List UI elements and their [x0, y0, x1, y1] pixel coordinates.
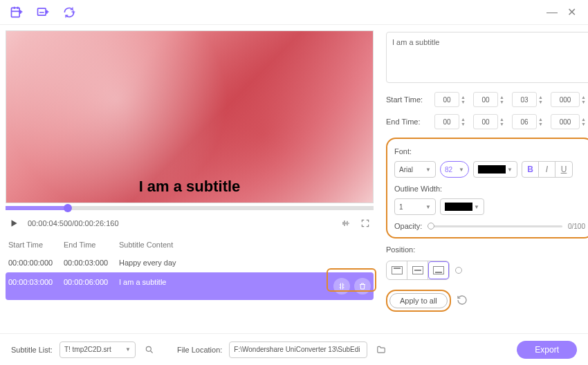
apply-to-all-button[interactable]: Apply to all — [389, 293, 448, 308]
subtitle-table: Start Time End Time Subtitle Content 00:… — [6, 236, 374, 300]
start-s[interactable]: 03 — [512, 92, 537, 107]
subtitle-file-dropdown[interactable]: T! tmp2C2D.srt▼ — [59, 341, 136, 358]
font-family-dropdown[interactable]: Arial▼ — [394, 161, 436, 178]
start-h[interactable]: 00 — [434, 92, 459, 107]
position-middle-button[interactable] — [407, 261, 428, 279]
spinner[interactable]: ▲▼ — [538, 117, 545, 127]
add-subtitle-button[interactable] — [33, 3, 53, 22]
delete-subtitle-button[interactable] — [354, 278, 371, 294]
col-end: End Time — [64, 241, 119, 249]
play-button[interactable] — [6, 215, 22, 232]
end-s[interactable]: 06 — [512, 114, 537, 129]
minimize-button[interactable]: — — [542, 3, 562, 22]
spinner[interactable]: ▲▼ — [581, 117, 588, 127]
spinner[interactable]: ▲▼ — [461, 117, 468, 127]
close-button[interactable]: ✕ — [562, 3, 581, 22]
browse-folder-button[interactable] — [374, 343, 388, 357]
waveform-button[interactable] — [338, 215, 354, 232]
top-toolbar: — ✕ — [0, 0, 588, 25]
bold-button[interactable]: B — [522, 162, 539, 177]
font-label: Font: — [394, 147, 585, 156]
export-button[interactable]: Export — [517, 341, 577, 359]
position-bottom-button[interactable] — [428, 261, 449, 279]
end-time-label: End Time: — [386, 118, 434, 126]
spinner[interactable]: ▲▼ — [461, 95, 468, 104]
subtitle-text-input[interactable] — [386, 32, 588, 83]
end-m[interactable]: 00 — [473, 114, 498, 129]
svg-rect-0 — [12, 8, 20, 17]
underline-button[interactable]: U — [555, 162, 572, 177]
search-subtitle-button[interactable] — [143, 343, 156, 357]
font-size-dropdown[interactable]: 82▼ — [440, 161, 469, 178]
fullscreen-button[interactable] — [357, 215, 374, 232]
end-ms[interactable]: 000 — [551, 114, 580, 129]
outline-color-dropdown[interactable]: ▼ — [440, 198, 484, 215]
font-color-dropdown[interactable]: ▼ — [473, 161, 517, 178]
italic-button[interactable]: I — [539, 162, 555, 177]
file-location-label: File Location: — [177, 346, 222, 354]
table-row[interactable]: 00:00:03:000 00:00:06:000 I am a subtitl… — [6, 272, 374, 300]
outline-width-dropdown[interactable]: 1▼ — [394, 198, 436, 215]
spinner[interactable]: ▲▼ — [499, 95, 506, 104]
opacity-slider[interactable] — [428, 225, 562, 227]
spinner[interactable]: ▲▼ — [581, 95, 588, 104]
callout-font-settings: Font: Arial▼ 82▼ ▼ B I U Outline Width: … — [386, 138, 588, 238]
table-row[interactable]: 00:00:00:000 00:00:03:000 Happy every da… — [6, 253, 374, 272]
position-label: Position: — [386, 245, 588, 254]
position-custom-radio[interactable] — [455, 267, 462, 274]
position-top-button[interactable] — [387, 261, 407, 279]
col-start: Start Time — [8, 241, 64, 249]
split-subtitle-button[interactable] — [333, 278, 350, 294]
start-m[interactable]: 00 — [473, 92, 498, 107]
timecode-display: 00:00:04:500/00:00:26:160 — [28, 219, 119, 227]
subtitle-list-label: Subtitle List: — [11, 346, 53, 354]
auto-sync-button[interactable] — [59, 3, 79, 22]
timeline-slider[interactable] — [6, 206, 374, 210]
opacity-label: Opacity: — [394, 222, 422, 230]
subtitle-overlay: I am a subtitle — [139, 178, 241, 196]
end-h[interactable]: 00 — [434, 114, 459, 129]
spinner[interactable]: ▲▼ — [499, 117, 506, 127]
col-content: Subtitle Content — [119, 241, 371, 249]
opacity-value: 0/100 — [568, 223, 585, 230]
file-location-input[interactable] — [229, 341, 367, 358]
start-time-label: Start Time: — [386, 95, 434, 104]
start-ms[interactable]: 000 — [551, 92, 580, 107]
reset-button[interactable] — [457, 294, 468, 308]
spinner[interactable]: ▲▼ — [538, 95, 545, 104]
svg-point-2 — [146, 346, 151, 351]
video-preview: I am a subtitle — [6, 30, 374, 203]
outline-label: Outline Width: — [394, 185, 585, 193]
callout-apply-all: Apply to all — [386, 290, 451, 312]
add-video-button[interactable] — [7, 3, 26, 22]
